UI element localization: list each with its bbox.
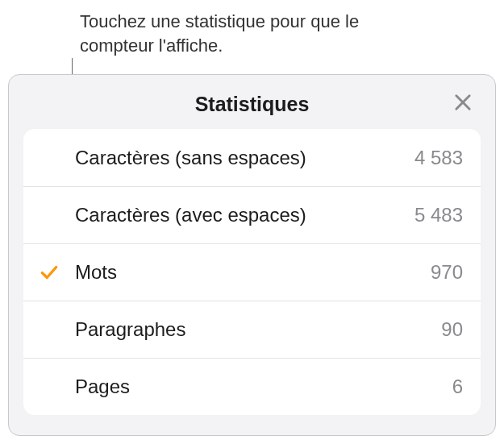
close-button[interactable] <box>452 91 474 114</box>
callout-text: Touchez une statistique pour que le comp… <box>80 10 402 57</box>
statistics-panel: Statistiques Caractères (sans espaces) 4… <box>8 74 496 436</box>
panel-title: Statistiques <box>23 93 481 116</box>
stat-label: Mots <box>75 261 431 284</box>
stat-value: 90 <box>441 318 463 341</box>
stat-row-pages[interactable]: Pages 6 <box>23 358 481 415</box>
stat-row-words[interactable]: Mots 970 <box>23 243 481 301</box>
stat-label: Caractères (sans espaces) <box>75 147 414 169</box>
stat-label: Pages <box>75 376 452 398</box>
stat-label: Caractères (avec espaces) <box>75 204 414 226</box>
panel-header: Statistiques <box>23 88 481 129</box>
stat-row-characters-no-spaces[interactable]: Caractères (sans espaces) 4 583 <box>23 129 481 186</box>
check-slot <box>23 262 75 283</box>
stat-value: 4 583 <box>414 147 463 169</box>
stat-value: 6 <box>452 376 463 398</box>
stat-row-characters-with-spaces[interactable]: Caractères (avec espaces) 5 483 <box>23 186 481 243</box>
statistics-list: Caractères (sans espaces) 4 583 Caractèr… <box>23 129 481 415</box>
stat-value: 970 <box>431 261 463 284</box>
stat-value: 5 483 <box>414 204 463 226</box>
stat-label: Paragraphes <box>75 318 441 341</box>
checkmark-icon <box>39 262 60 283</box>
stat-row-paragraphs[interactable]: Paragraphes 90 <box>23 301 481 358</box>
close-icon <box>452 91 474 114</box>
